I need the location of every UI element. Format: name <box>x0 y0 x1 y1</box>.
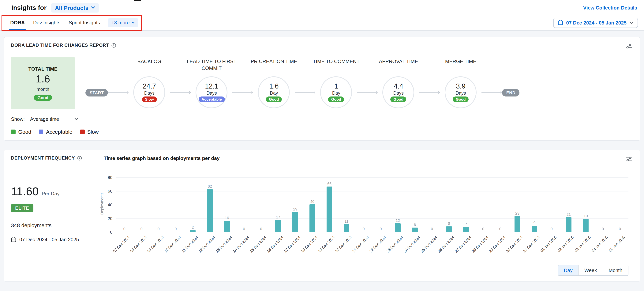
bar-value-label: 8 <box>448 221 450 225</box>
stage-rating-badge: Good <box>328 97 344 102</box>
bar-value-label: 0 <box>260 227 262 231</box>
view-collection-details-link[interactable]: View Collection Details <box>583 5 637 11</box>
pipeline-stage: MERGE TIME3.9DaysGood <box>440 58 482 108</box>
y-axis-label: Deployments <box>100 193 104 215</box>
bar-value-label: 11 <box>344 219 348 223</box>
calendar-icon <box>11 237 16 242</box>
stage-metric-circle[interactable]: 1.6DayGood <box>258 76 290 108</box>
bar-column: 21 <box>560 177 577 232</box>
bar-column: 8 <box>440 177 458 232</box>
bar-value-label: 7 <box>465 222 467 226</box>
toggle-row: DayWeekMonth <box>116 265 628 276</box>
show-value-select[interactable]: Average time <box>30 116 59 122</box>
chevron-down-icon <box>91 7 95 9</box>
granularity-month[interactable]: Month <box>602 265 628 275</box>
lead-time-card-header: DORA LEAD TIME FOR CHANGES REPORT <box>11 43 633 51</box>
stage-label: BACKLOG <box>120 58 179 72</box>
widget-settings-icon[interactable] <box>625 155 633 164</box>
legend-label: Good <box>18 129 31 135</box>
bar-column: 0 <box>252 177 270 232</box>
total-time-box: TOTAL TIME 1.6 month Good <box>11 57 75 109</box>
bar-value-label: 0 <box>123 227 125 231</box>
stage-unit: Day <box>332 90 340 96</box>
granularity-day[interactable]: Day <box>558 265 578 275</box>
legend-label: Slow <box>87 129 99 135</box>
deployment-bar[interactable] <box>412 227 418 232</box>
deployment-bar[interactable] <box>224 221 230 232</box>
bar-column: 0 <box>611 177 628 232</box>
deployment-bar[interactable] <box>207 189 213 232</box>
widget-settings-icon[interactable] <box>625 43 633 51</box>
deployment-bar[interactable] <box>326 186 332 232</box>
legend-label: Acceptable <box>46 129 72 135</box>
y-tick-label: 0 <box>110 230 112 234</box>
calendar-icon <box>558 20 563 25</box>
bar-value-label: 0 <box>550 227 552 231</box>
total-time-label: TOTAL TIME <box>28 66 57 72</box>
deployment-frequency-title: DEPLOYMENT FREQUENCY <box>11 155 75 161</box>
deployment-bar[interactable] <box>463 227 469 232</box>
deployment-bar[interactable] <box>275 220 281 232</box>
date-range-label: 07 Dec 2024 - 05 Jan 2025 <box>566 20 626 26</box>
legend-swatch <box>80 130 84 134</box>
flow-arrow-icon <box>482 92 502 93</box>
deployment-date-range: 07 Dec 2024 - 05 Jan 2025 <box>11 237 98 242</box>
more-tabs-button[interactable]: +3 more <box>108 18 138 27</box>
stage-metric-circle[interactable]: 1DayGood <box>320 76 352 108</box>
bar-value-label: 29 <box>293 207 297 211</box>
x-tick: 05 Jan 2025 <box>611 234 628 265</box>
tab-sprint-insights[interactable]: Sprint Insights <box>64 15 104 30</box>
deployment-bar[interactable] <box>292 212 298 232</box>
stage-rating-badge: Acceptable <box>198 97 225 102</box>
product-scope-selector[interactable]: All Products <box>51 3 99 13</box>
deployment-bar[interactable] <box>310 204 315 232</box>
deployment-bar[interactable] <box>514 216 520 232</box>
deployment-bar[interactable] <box>395 224 400 232</box>
info-icon[interactable] <box>77 156 82 160</box>
y-tick-label: 40 <box>108 202 112 207</box>
stage-metric-circle[interactable]: 24.7DaysSlow <box>134 76 165 108</box>
deployment-bar[interactable] <box>190 230 196 232</box>
end-pill: END <box>502 89 520 97</box>
date-range-picker[interactable]: 07 Dec 2024 - 05 Jan 2025 <box>553 18 638 28</box>
info-icon[interactable] <box>111 43 116 48</box>
stage-rating-badge: Good <box>266 97 282 102</box>
stage-unit: Days <box>456 90 466 96</box>
bar-column: 17 <box>270 177 287 232</box>
stage-unit: Days <box>144 90 154 96</box>
deployment-bar[interactable] <box>566 217 572 232</box>
bar-value-label: 0 <box>380 227 382 231</box>
bar-column: 29 <box>287 177 304 232</box>
chevron-down-icon[interactable] <box>74 118 78 120</box>
deployment-bar[interactable] <box>446 226 452 232</box>
flow-arrow-icon <box>232 92 253 93</box>
bar-column: 16 <box>218 177 236 232</box>
deployments-chart: Deployments 0000262160017294066110012608… <box>98 165 633 276</box>
deployment-date-range-label: 07 Dec 2024 - 05 Jan 2025 <box>19 237 79 242</box>
bar-column: 0 <box>133 177 150 232</box>
stage-metric-circle[interactable]: 12.1DaysAcceptable <box>196 76 228 108</box>
insights-page: Insights for All Products View Collectio… <box>0 0 644 291</box>
pipeline-stage: TIME TO COMMENT1DayGood <box>315 58 357 108</box>
deployment-bar[interactable] <box>583 219 588 232</box>
y-tick-label: 60 <box>108 189 112 193</box>
stage-rating-badge: Good <box>390 97 406 102</box>
deployment-bar[interactable] <box>344 224 349 232</box>
granularity-week[interactable]: Week <box>578 265 602 275</box>
tab-dora[interactable]: DORA <box>6 15 29 30</box>
start-pill: START <box>86 89 108 97</box>
bar-value-label: 62 <box>208 184 212 189</box>
tab-dev-insights[interactable]: Dev Insights <box>29 15 64 30</box>
deployment-rate-unit: Per Day <box>42 191 60 196</box>
stage-metric-circle[interactable]: 3.9DaysGood <box>445 76 477 108</box>
deployment-bar[interactable] <box>532 226 537 232</box>
page-title: Insights for <box>12 4 46 12</box>
bar-value-label: 0 <box>499 227 501 231</box>
lead-time-card: DORA LEAD TIME FOR CHANGES REPORT TOTAL … <box>4 37 640 141</box>
bar-value-label: 66 <box>327 182 332 186</box>
elite-badge: ELITE <box>11 204 33 212</box>
stage-metric-circle[interactable]: 4.4DaysGood <box>382 76 414 108</box>
scope-label: All Products <box>55 5 88 11</box>
legend-item: Good <box>11 129 31 135</box>
legend-item: Acceptable <box>39 129 72 135</box>
